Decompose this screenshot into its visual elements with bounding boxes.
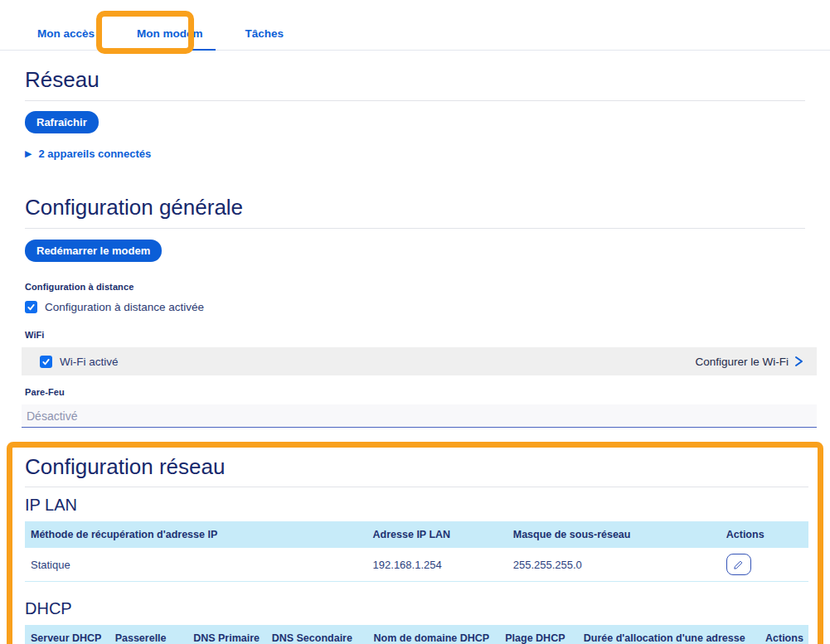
dhcp-header-dns-primary: DNS Primaire xyxy=(193,625,272,644)
checkmark-icon xyxy=(27,303,36,312)
ip-lan-row: Statique 192.168.1.254 255.255.255.0 xyxy=(25,548,808,582)
dhcp-header-row: Serveur DHCP Passerelle DNS Primaire DNS… xyxy=(25,625,808,644)
ip-lan-cell-method: Statique xyxy=(25,548,373,582)
ip-lan-cell-mask: 255.255.255.0 xyxy=(513,548,726,582)
ip-lan-header-row: Méthode de récupération d'adresse IP Adr… xyxy=(25,521,808,548)
connected-devices-label: 2 appareils connectés xyxy=(38,148,151,160)
dhcp-header-range: Plage DHCP xyxy=(505,625,584,644)
remote-config-checkbox[interactable] xyxy=(25,301,37,313)
wifi-checkbox-label: Wi-Fi activé xyxy=(60,356,119,368)
wifi-row: Wi-Fi activé Configurer le Wi-Fi xyxy=(22,347,817,375)
connected-devices-toggle[interactable]: ▶ 2 appareils connectés xyxy=(25,148,805,160)
remote-config-label: Configuration à distance xyxy=(25,282,805,292)
firewall-label: Pare-Feu xyxy=(25,387,805,397)
tab-taches[interactable]: Tâches xyxy=(233,27,297,51)
section-title-config-reseau: Configuration réseau xyxy=(25,454,808,487)
ip-lan-header-method: Méthode de récupération d'adresse IP xyxy=(25,521,373,548)
expand-arrow-icon: ▶ xyxy=(25,149,32,158)
dhcp-header-dns-secondary: DNS Secondaire xyxy=(272,625,374,644)
dhcp-header-lease: Durée d'allocation d'une adresse xyxy=(584,625,765,644)
ip-lan-table: Méthode de récupération d'adresse IP Adr… xyxy=(25,521,808,582)
dhcp-header-gateway: Passerelle xyxy=(115,625,194,644)
ip-lan-header-ip: Adresse IP LAN xyxy=(373,521,513,548)
tab-bar: Mon accès Mon modem Tâches xyxy=(0,0,830,51)
subsection-title-dhcp: DHCP xyxy=(25,599,808,618)
ip-lan-cell-ip: 192.168.1.254 xyxy=(373,548,513,582)
dhcp-header-actions: Actions xyxy=(765,625,808,644)
refresh-button[interactable]: Rafraîchir xyxy=(25,111,99,133)
ip-lan-header-mask: Masque de sous-réseau xyxy=(513,521,726,548)
configure-wifi-link[interactable]: Configurer le Wi-Fi xyxy=(695,356,803,368)
remote-config-checkbox-label: Configuration à distance activée xyxy=(45,301,204,313)
wifi-checkbox[interactable] xyxy=(40,356,52,368)
section-title-config-generale: Configuration générale xyxy=(25,195,805,229)
firewall-value-field[interactable]: Désactivé xyxy=(22,404,817,428)
section-title-reseau: Réseau xyxy=(25,67,805,101)
checkmark-icon xyxy=(41,357,51,366)
tab-mon-acces[interactable]: Mon accès xyxy=(25,27,107,51)
subsection-title-ip-lan: IP LAN xyxy=(25,496,808,515)
restart-modem-button[interactable]: Redémarrer le modem xyxy=(25,240,162,262)
pencil-icon xyxy=(733,559,744,570)
ip-lan-edit-button[interactable] xyxy=(726,554,751,575)
highlight-box-configuration-reseau: Configuration réseau IP LAN Méthode de r… xyxy=(7,442,823,644)
configure-wifi-label: Configurer le Wi-Fi xyxy=(695,356,789,368)
chevron-right-icon xyxy=(794,356,803,367)
dhcp-header-server: Serveur DHCP xyxy=(25,625,115,644)
dhcp-table: Serveur DHCP Passerelle DNS Primaire DNS… xyxy=(25,625,808,644)
wifi-label: WiFi xyxy=(25,330,805,340)
dhcp-header-domain: Nom de domaine DHCP xyxy=(374,625,506,644)
ip-lan-header-actions: Actions xyxy=(726,521,808,548)
tab-mon-modem[interactable]: Mon modem xyxy=(124,27,216,51)
